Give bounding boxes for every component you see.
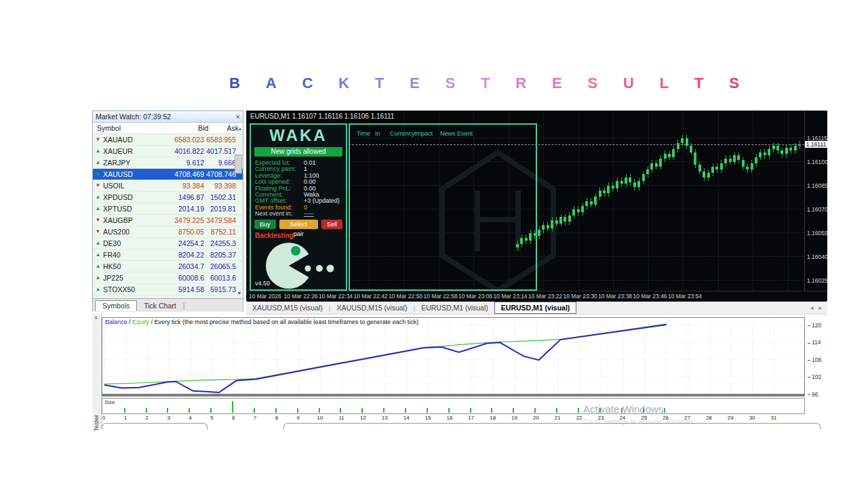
market-watch-row[interactable]: ▲DE3024254.224255.3 — [93, 238, 243, 249]
candle — [781, 150, 783, 154]
time-tick-label: 10 Mar 22:58 — [424, 293, 458, 300]
title-letter: E — [410, 75, 420, 92]
up-arrow-icon: ▲ — [93, 148, 103, 154]
tester-x-tick-label: 5 — [210, 415, 213, 421]
candle — [585, 201, 588, 206]
candle — [538, 230, 540, 236]
time-axis[interactable]: 10 Mar 202610 Mar 22:2610 Mar 22:3410 Ma… — [247, 291, 827, 302]
ask-value: 8752.11 — [204, 228, 236, 236]
close-icon[interactable]: × — [236, 113, 240, 120]
tester-x-tick-label: 12 — [360, 415, 366, 421]
market-watch-title: Market Watch: 07:39:52 — [96, 113, 171, 121]
candle — [764, 152, 766, 156]
tester-x-tick-label: 0 — [102, 415, 105, 421]
bid-value: 26034.7 — [161, 262, 204, 270]
bid-value: 4708.469 — [161, 170, 204, 178]
tester-strip-label[interactable]: Tester — [93, 415, 100, 432]
tester-x-tick-label: 17 — [468, 415, 474, 421]
market-watch-row[interactable]: ▼AUS2008750.058752.11 — [93, 226, 243, 238]
market-watch-header: Symbol Bid Ask ▴ — [93, 123, 243, 134]
candle — [633, 182, 636, 187]
tab-tick-chart[interactable]: Tick Chart — [137, 301, 182, 311]
market-watch-row[interactable]: ▲STOXX505914.585915.73 — [93, 284, 243, 296]
candle — [534, 233, 536, 237]
market-watch-row[interactable]: ▲XAUEUR4016.8224017.517 — [93, 146, 243, 157]
chart-tab-3[interactable]: EURUSD,M1 (visual) — [494, 302, 577, 314]
tab-prev-icon[interactable]: ◂ — [810, 304, 814, 311]
market-watch-row[interactable]: ▲ZARJPY9.6129.666 — [93, 157, 243, 169]
chart-tab-2[interactable]: EURUSD,M1 (visual) — [415, 302, 494, 313]
tester-x-tick-label: 6 — [232, 415, 235, 421]
tab-symbols[interactable]: Symbols — [95, 300, 137, 311]
market-watch-row[interactable]: ▲HK5026034.726065.5 — [93, 261, 243, 272]
trade-size-bar — [427, 408, 428, 413]
title-letter: S — [729, 75, 739, 92]
column-symbol[interactable]: Symbol — [93, 124, 165, 132]
tester-x-tick-label: 15 — [425, 415, 431, 421]
bid-value: 8750.05 — [161, 228, 204, 236]
market-watch-row[interactable]: ▲XAUUSD4708.4694708.746 — [93, 169, 243, 180]
bid-value: 6583.023 — [161, 136, 204, 144]
tester-x-tick-label: 13 — [382, 415, 388, 421]
market-watch-titlebar: Market Watch: 07:39:52 × — [93, 111, 243, 123]
candle — [599, 190, 601, 197]
tester-x-tick-label: 7 — [254, 415, 256, 421]
symbol-name: ZARJPY — [103, 159, 161, 167]
tester-x-tick-label: 9 — [297, 415, 300, 421]
tester-x-tick-label: 20 — [533, 415, 539, 421]
trade-size-bar — [189, 408, 190, 413]
time-tick-label: 10 Mar 23:54 — [668, 293, 702, 300]
bid-value: 60008.6 — [161, 274, 204, 282]
candle — [625, 178, 627, 184]
market-watch-row[interactable]: ▲XPDUSD1496.871502.31 — [93, 192, 243, 203]
market-watch-row[interactable]: ▲FR408204.228205.37 — [93, 249, 243, 261]
ask-value: 2019.81 — [204, 205, 236, 213]
candle — [789, 148, 792, 151]
market-watch-row[interactable]: ▼XAUGBP3479.2253479.584 — [93, 215, 243, 226]
candle — [659, 159, 662, 167]
candle — [668, 154, 671, 157]
tester-x-tick-label: 3 — [167, 415, 170, 421]
tab-separator: | — [183, 302, 186, 311]
price-scale[interactable]: 1.161151.161001.160851.160701.160551.160… — [804, 111, 827, 291]
ask-value: 4708.746 — [204, 170, 236, 178]
trade-size-bar — [556, 408, 557, 413]
symbol-name: HK50 — [103, 262, 161, 270]
symbol-name: XAUUSD — [103, 170, 161, 178]
market-watch-row[interactable]: ▼XAUAUD6583.0236583.955 — [93, 134, 243, 146]
column-bid[interactable]: Bid — [165, 124, 209, 132]
scrollbar-thumb[interactable] — [235, 155, 242, 174]
candle — [572, 209, 575, 216]
tester-graph[interactable]: Balance / Equity / Every tick (the most … — [102, 317, 805, 394]
bid-value: 5914.58 — [161, 285, 204, 293]
trade-size-bar — [361, 408, 363, 413]
candle — [681, 138, 684, 143]
market-watch-row[interactable]: ▲JP22560008.660013.6 — [93, 272, 243, 284]
tester-x-tick-label: 14 — [403, 415, 410, 421]
candle — [568, 216, 571, 222]
bid-value: 3479.225 — [161, 216, 204, 224]
market-watch-row[interactable]: ▲XPTUSD2014.192019.81 — [93, 203, 243, 215]
candle — [746, 167, 749, 170]
symbol-name: JP225 — [103, 274, 161, 282]
time-tick-label: 10 Mar 23:30 — [564, 293, 597, 300]
tab-next-icon[interactable]: ▸ — [818, 304, 822, 311]
column-ask[interactable]: Ask — [208, 124, 239, 132]
chart-tab-0[interactable]: XAUUSD,M15 (visual) — [246, 302, 329, 313]
close-icon[interactable]: × — [94, 314, 98, 321]
time-tick-label: 10 Mar 22:34 — [319, 293, 353, 300]
ask-value: 3479.584 — [204, 216, 236, 224]
ask-value: 9.666 — [204, 159, 236, 167]
chart-tab-1[interactable]: XAUUSD,M15 (visual) — [331, 302, 414, 313]
candle — [520, 238, 523, 244]
candle — [707, 173, 710, 178]
current-price-line — [349, 144, 804, 145]
trade-size-bar — [578, 408, 579, 413]
market-watch-row[interactable]: ▼USOIL93.38493.398 — [93, 180, 243, 192]
candle — [564, 217, 566, 222]
scroll-up-icon[interactable]: ▴ — [239, 125, 243, 131]
chart-plot-area[interactable]: WAKA New grids allowed Expected lot:0.01… — [247, 111, 804, 291]
ask-value: 8205.37 — [204, 251, 236, 259]
candle — [616, 181, 618, 189]
scroll-down-icon[interactable]: ▾ — [238, 290, 241, 296]
